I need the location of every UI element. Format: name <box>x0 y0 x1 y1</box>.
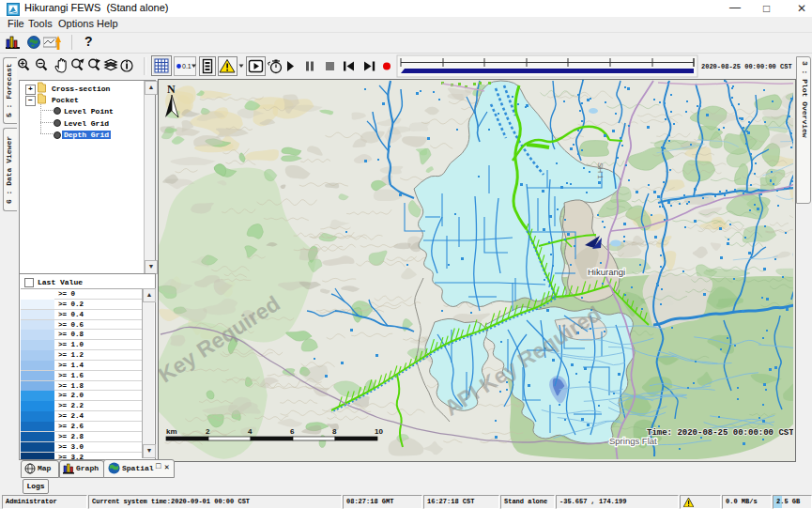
svg-text:0.1: 0.1 <box>182 63 192 69</box>
svg-text:N: N <box>167 83 176 96</box>
svg-text:2020-08-25 00:00:00 CST: 2020-08-25 00:00:00 CST <box>701 63 792 70</box>
svg-text:Hikurangi: Hikurangi <box>588 267 625 277</box>
svg-text:km: km <box>166 427 177 436</box>
svg-text:Time: 2020-08-25 00:00:00 CST: Time: 2020-08-25 00:00:00 CST <box>647 428 793 438</box>
svg-text:8: 8 <box>332 427 337 436</box>
svg-text:4: 4 <box>248 427 253 436</box>
svg-text:SH 1: SH 1 <box>596 162 605 179</box>
svg-text:2: 2 <box>206 427 210 436</box>
svg-text:10: 10 <box>375 427 383 436</box>
svg-text:6: 6 <box>290 427 295 436</box>
